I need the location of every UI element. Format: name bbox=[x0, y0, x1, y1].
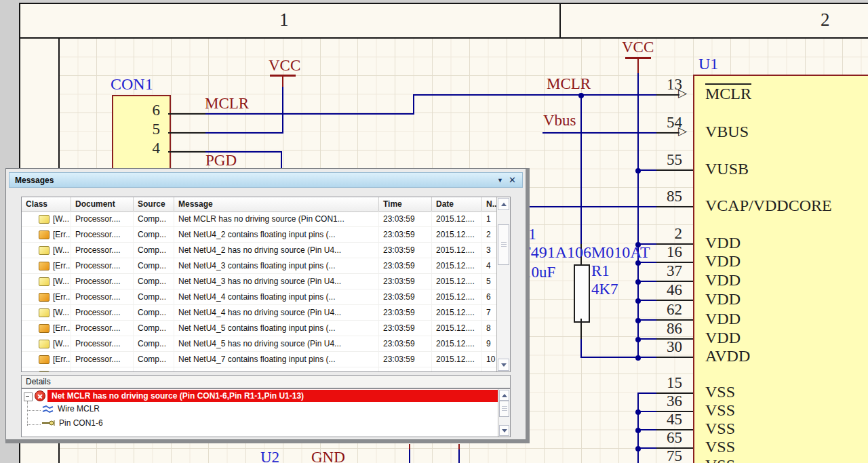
net-label[interactable]: GND bbox=[311, 449, 345, 463]
con1-pin-number[interactable]: 6 bbox=[113, 102, 160, 118]
details-selected-error[interactable]: Net MCLR has no driving source (Pin CON1… bbox=[47, 390, 498, 402]
u1-pin-name[interactable]: VUSB bbox=[705, 161, 749, 177]
message-row[interactable]: [W...Processor....Comp...Net NetU4_3 has… bbox=[22, 274, 497, 289]
u1-pin-name[interactable]: VSS bbox=[705, 384, 735, 400]
net-label[interactable]: MCLR bbox=[547, 76, 591, 92]
scroll-down-button[interactable] bbox=[498, 359, 509, 371]
con1-pin-number[interactable]: 4 bbox=[113, 140, 160, 156]
details-pin-item[interactable]: Pin CON1-6 bbox=[42, 418, 103, 428]
u1-pin-line[interactable] bbox=[656, 357, 693, 358]
net-label[interactable]: VCC bbox=[269, 58, 300, 73]
scroll-up-button[interactable] bbox=[499, 390, 509, 401]
wire-segment[interactable] bbox=[526, 206, 656, 207]
u1-pin-rail-stub[interactable] bbox=[637, 169, 656, 171]
message-row[interactable]: [W...Processor....Comp...Net MCLR has no… bbox=[22, 212, 497, 227]
column-header-message[interactable]: Message bbox=[174, 197, 379, 212]
wire-segment[interactable] bbox=[409, 448, 410, 463]
u1-pin-name[interactable]: AVDD bbox=[705, 348, 750, 364]
scrollbar-thumb[interactable] bbox=[498, 224, 509, 265]
wire-segment[interactable] bbox=[409, 444, 410, 449]
u1-pin-line[interactable] bbox=[656, 169, 693, 171]
wire-segment[interactable] bbox=[413, 94, 656, 96]
u1-pin-name[interactable]: VSS bbox=[705, 439, 735, 455]
net-label[interactable]: CON1 bbox=[111, 76, 153, 92]
u1-pin-line[interactable] bbox=[656, 132, 679, 134]
u1-pin-name[interactable]: VDD bbox=[705, 253, 741, 269]
net-label[interactable]: U1 bbox=[698, 56, 718, 72]
u1-pin-name[interactable]: VSS bbox=[705, 457, 735, 463]
details-wire-item[interactable]: Wire MCLR bbox=[42, 404, 100, 414]
u1-pin-number[interactable]: 2 bbox=[635, 226, 682, 241]
scrollbar-thumb[interactable] bbox=[499, 401, 509, 417]
column-header-source[interactable]: Source bbox=[134, 197, 174, 212]
wire-segment[interactable] bbox=[413, 94, 414, 115]
message-row[interactable]: [Err...Processor....Comp...Net NetU4_7 c… bbox=[22, 352, 497, 367]
wire-segment[interactable] bbox=[282, 85, 283, 134]
u1-pin-number[interactable]: 55 bbox=[635, 152, 682, 167]
wire-segment[interactable] bbox=[580, 339, 582, 358]
u1-pin-name[interactable]: VDD bbox=[705, 235, 741, 251]
message-row[interactable]: [W...Processor....Comp...Net NetU4_2 has… bbox=[22, 243, 497, 258]
u1-pin-name[interactable]: VSS bbox=[705, 420, 735, 437]
wire-segment[interactable] bbox=[270, 75, 296, 77]
wire-segment[interactable] bbox=[168, 151, 205, 153]
wire-segment[interactable] bbox=[542, 132, 656, 134]
u1-pin-name[interactable]: VDD bbox=[705, 272, 741, 288]
u1-pin-name[interactable]: VCAP/VDDCORE bbox=[705, 197, 832, 214]
message-row[interactable]: [Err...Processor....Comp...Net NetU4_4 c… bbox=[22, 289, 497, 305]
wire-segment[interactable] bbox=[458, 444, 460, 449]
u1-pin-name[interactable]: MCLR bbox=[705, 85, 751, 102]
resistor-r1-body[interactable] bbox=[574, 264, 590, 323]
u1-pin-name[interactable]: VBUS bbox=[705, 123, 749, 140]
u1-pin-number[interactable]: 85 bbox=[635, 188, 682, 204]
details-scrollbar[interactable] bbox=[498, 389, 510, 437]
u1-pin-name[interactable]: VDD bbox=[705, 329, 741, 346]
u1-pin-number[interactable]: 37 bbox=[635, 263, 682, 279]
u1-pin-number[interactable]: 45 bbox=[635, 411, 682, 427]
message-row[interactable]: [Err...Processor....Comp...Net NetU4_3 c… bbox=[22, 258, 497, 274]
messages-panel-titlebar[interactable]: Messages ▼ ✕ bbox=[9, 172, 523, 188]
messages-panel[interactable]: Messages ▼ ✕ ClassDocumentSourceMessageT… bbox=[5, 168, 530, 443]
u1-pin-number[interactable]: 30 bbox=[635, 339, 682, 355]
messages-table-header[interactable]: ClassDocumentSourceMessageTimeDateN.. bbox=[22, 197, 497, 212]
wire-segment[interactable] bbox=[637, 57, 639, 75]
net-label[interactable]: PGD bbox=[205, 153, 237, 168]
u1-pin-number[interactable]: 65 bbox=[635, 430, 682, 445]
wire-segment[interactable] bbox=[205, 113, 414, 115]
net-label[interactable]: Vbus bbox=[543, 113, 576, 128]
u1-pin-rail-stub[interactable] bbox=[637, 357, 656, 358]
u1-pin-name[interactable]: VSS bbox=[705, 402, 735, 418]
message-row[interactable]: [W...Processor....Comp...Net NetU4_4 has… bbox=[22, 305, 497, 321]
column-header-n[interactable]: N.. bbox=[482, 197, 497, 212]
u1-pin-line[interactable] bbox=[656, 94, 679, 96]
wire-segment[interactable] bbox=[282, 75, 283, 87]
column-header-document[interactable]: Document bbox=[71, 197, 134, 212]
panel-collapse-icon[interactable]: ▼ bbox=[497, 177, 503, 184]
net-label[interactable]: U2 bbox=[260, 449, 279, 463]
u1-pin-number[interactable]: 62 bbox=[635, 302, 682, 317]
net-label[interactable]: MCLR bbox=[205, 96, 249, 111]
column-header-time[interactable]: Time bbox=[379, 197, 432, 212]
u1-pin-number[interactable]: 54 bbox=[635, 115, 682, 130]
u1-pin-number[interactable]: 16 bbox=[635, 244, 682, 260]
net-label[interactable]: 4K7 bbox=[591, 281, 618, 297]
messages-scrollbar[interactable] bbox=[496, 197, 510, 371]
message-row[interactable]: [Err...Processor....Comp...Net NetU4_5 c… bbox=[22, 321, 497, 336]
u1-pin-number[interactable]: 36 bbox=[635, 393, 682, 409]
net-label[interactable]: VCC bbox=[622, 39, 654, 55]
net-label[interactable]: R1 bbox=[591, 263, 610, 279]
message-row[interactable]: [W...Processor....Comp...Net NetU4_7 has… bbox=[22, 367, 497, 371]
u1-pin-name[interactable]: VDD bbox=[705, 291, 741, 307]
net-label[interactable]: T491A106M010AT bbox=[521, 244, 650, 260]
scroll-up-button[interactable] bbox=[498, 198, 509, 210]
panel-close-icon[interactable]: ✕ bbox=[509, 175, 516, 185]
column-header-date[interactable]: Date bbox=[432, 197, 482, 212]
wire-segment[interactable] bbox=[580, 94, 582, 245]
message-row[interactable]: [Err...Processor....Comp...Net NetU4_2 c… bbox=[22, 227, 497, 243]
column-header-class[interactable]: Class bbox=[22, 197, 71, 212]
wire-segment[interactable] bbox=[580, 357, 639, 358]
scroll-down-button[interactable] bbox=[499, 425, 509, 436]
tree-collapse-icon[interactable] bbox=[24, 392, 33, 401]
u1-pin-number[interactable]: 46 bbox=[635, 282, 682, 298]
wire-segment[interactable] bbox=[580, 319, 582, 340]
